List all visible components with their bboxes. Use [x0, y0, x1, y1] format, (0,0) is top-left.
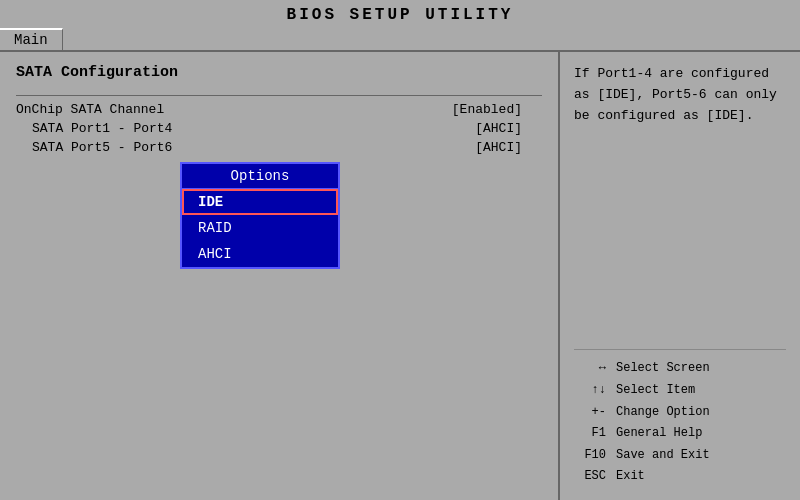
left-panel: SATA Configuration OnChip SATA Channel […	[0, 52, 560, 500]
tab-main[interactable]: Main	[0, 28, 63, 50]
key-sym-f1: F1	[574, 423, 606, 445]
config-row-port56: SATA Port5 - Port6 [AHCI]	[16, 140, 542, 155]
key-row-select-item: ↑↓ Select Item	[574, 380, 786, 402]
key-sym-f10: F10	[574, 445, 606, 467]
port14-value: [AHCI]	[475, 121, 522, 136]
main-area: SATA Configuration OnChip SATA Channel […	[0, 50, 800, 500]
key-desc-general-help: General Help	[616, 423, 702, 445]
options-popup: Options IDE RAID AHCI	[180, 162, 340, 269]
key-row-select-screen: ↔ Select Screen	[574, 358, 786, 380]
option-ide[interactable]: IDE	[182, 189, 338, 215]
port56-label: SATA Port5 - Port6	[16, 140, 172, 155]
port14-label: SATA Port1 - Port4	[16, 121, 172, 136]
config-row-onchip: OnChip SATA Channel [Enabled]	[16, 102, 542, 117]
key-row-change-option: +- Change Option	[574, 402, 786, 424]
bios-title: BIOS SETUP UTILITY	[0, 0, 800, 28]
key-desc-select-screen: Select Screen	[616, 358, 710, 380]
divider	[16, 95, 542, 96]
option-ahci[interactable]: AHCI	[182, 241, 338, 267]
help-text: If Port1-4 are configured as [IDE], Port…	[574, 64, 786, 126]
key-sym-esc: ESC	[574, 466, 606, 488]
tab-row: Main	[0, 28, 800, 50]
key-row-f10: F10 Save and Exit	[574, 445, 786, 467]
key-hints: ↔ Select Screen ↑↓ Select Item +- Change…	[574, 349, 786, 488]
key-row-esc: ESC Exit	[574, 466, 786, 488]
key-desc-select-item: Select Item	[616, 380, 695, 402]
key-desc-change-option: Change Option	[616, 402, 710, 424]
option-raid[interactable]: RAID	[182, 215, 338, 241]
key-sym-arrows: ↔	[574, 358, 606, 380]
config-row-port14: SATA Port1 - Port4 [AHCI]	[16, 121, 542, 136]
onchip-value: [Enabled]	[452, 102, 522, 117]
key-desc-exit: Exit	[616, 466, 645, 488]
onchip-label: OnChip SATA Channel	[16, 102, 164, 117]
key-desc-save-exit: Save and Exit	[616, 445, 710, 467]
section-title: SATA Configuration	[16, 64, 542, 81]
key-sym-plusminus: +-	[574, 402, 606, 424]
right-panel: If Port1-4 are configured as [IDE], Port…	[560, 52, 800, 500]
bios-screen: BIOS SETUP UTILITY Main SATA Configurati…	[0, 0, 800, 500]
key-sym-updown: ↑↓	[574, 380, 606, 402]
key-row-f1: F1 General Help	[574, 423, 786, 445]
port56-value: [AHCI]	[475, 140, 522, 155]
options-popup-title: Options	[182, 164, 338, 189]
